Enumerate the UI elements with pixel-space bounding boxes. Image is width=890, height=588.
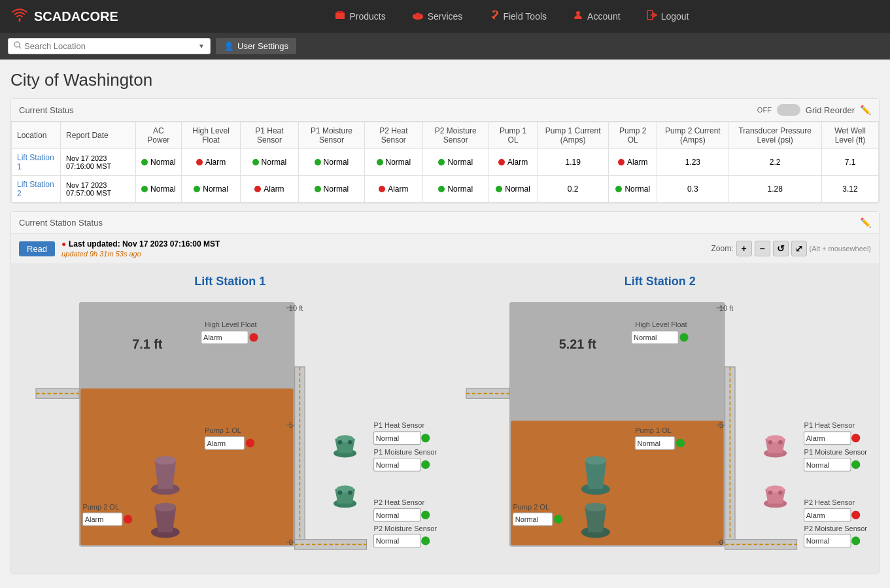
- user-settings-label: User Settings: [237, 41, 288, 51]
- svg-text:P2 Heat Sensor: P2 Heat Sensor: [804, 498, 855, 506]
- nav-logout[interactable]: Logout: [647, 10, 689, 23]
- status-dot-icon: ●: [61, 239, 66, 249]
- main-content: City of Washington Current Status OFF Gr…: [0, 60, 890, 585]
- station-status-title: Current Station Status: [19, 218, 103, 228]
- col-p1-heat: P1 Heat Sensor: [241, 122, 299, 149]
- diagram-area: Lift Station 1 10 ft 5 f: [11, 264, 879, 574]
- svg-point-58: [421, 434, 430, 442]
- svg-text:P1 Heat Sensor: P1 Heat Sensor: [804, 421, 855, 429]
- current-status-header: Current Status OFF Grid Reorder ✏️: [11, 99, 879, 122]
- col-wet-well: Wet Well Level (ft): [822, 122, 879, 149]
- svg-text:High Level Float: High Level Float: [635, 320, 687, 328]
- svg-point-66: [421, 511, 430, 519]
- edit-icon[interactable]: ✏️: [860, 105, 871, 115]
- nav-services[interactable]: Services: [412, 10, 463, 23]
- station-link[interactable]: Lift Station 1: [17, 153, 54, 171]
- col-p2-heat: P2 Heat Sensor: [364, 122, 422, 149]
- col-p2-moisture: P2 Moisture Sensor: [422, 122, 488, 149]
- svg-point-92: [585, 456, 606, 464]
- logout-icon: [647, 10, 657, 23]
- zoom-in-button[interactable]: +: [736, 241, 752, 256]
- svg-rect-1: [335, 12, 345, 19]
- current-status-section: Current Status OFF Grid Reorder ✏️ Locat…: [10, 98, 880, 203]
- svg-point-117: [851, 434, 860, 442]
- read-button[interactable]: Read: [19, 241, 55, 256]
- svg-text:Alarm: Alarm: [806, 434, 825, 442]
- svg-point-70: [421, 536, 430, 545]
- col-high-level-float: High Level Float: [182, 122, 241, 149]
- svg-text:P2 Moisture Sensor: P2 Moisture Sensor: [804, 525, 867, 532]
- lift-station-2: Lift Station 2 10 ft 5 f: [452, 275, 869, 563]
- svg-point-49: [348, 440, 352, 445]
- zoom-reset-button[interactable]: ↺: [773, 241, 789, 256]
- svg-point-0: [19, 19, 21, 21]
- current-status-title: Current Status: [19, 105, 74, 115]
- svg-text:P1 Moisture Sensor: P1 Moisture Sensor: [374, 448, 437, 456]
- user-settings-icon: 👤: [224, 41, 234, 51]
- station-toolbar: Read ● Last updated: Nov 17 2023 07:16:0…: [11, 233, 879, 264]
- svg-point-62: [421, 460, 430, 469]
- svg-point-7: [576, 11, 580, 15]
- col-transducer: Transducer Pressure Level (psi): [728, 122, 822, 149]
- search-icon: [14, 41, 22, 51]
- search-input[interactable]: [24, 41, 196, 51]
- nav-fieldtools[interactable]: Field Tools: [488, 10, 547, 23]
- station-link[interactable]: Lift Station 2: [17, 180, 54, 198]
- page-title: City of Washington: [10, 70, 880, 90]
- wrench-icon: [488, 10, 499, 23]
- svg-text:Normal: Normal: [637, 440, 660, 447]
- svg-text:P2 Moisture Sensor: P2 Moisture Sensor: [374, 525, 437, 532]
- svg-point-48: [338, 440, 343, 445]
- dropdown-arrow-icon: ▼: [198, 43, 205, 50]
- svg-point-33: [154, 456, 176, 464]
- nav-account[interactable]: Account: [573, 10, 621, 23]
- brand-name: SCADACORE: [34, 9, 118, 24]
- svg-text:Normal: Normal: [515, 515, 538, 523]
- svg-point-89: [676, 439, 684, 447]
- grid-reorder-label: Grid Reorder: [806, 105, 855, 115]
- svg-text:High Level Float: High Level Float: [205, 320, 256, 328]
- svg-text:Normal: Normal: [376, 434, 399, 442]
- svg-rect-2: [337, 11, 343, 13]
- station-toolbar-left: Read ● Last updated: Nov 17 2023 07:16:0…: [19, 239, 220, 258]
- nav-products[interactable]: Products: [335, 10, 385, 23]
- zoom-fit-button[interactable]: ⤢: [791, 241, 807, 256]
- svg-text:P1 Heat Sensor: P1 Heat Sensor: [374, 421, 425, 429]
- user-icon: [573, 10, 583, 23]
- search-box[interactable]: ▼: [8, 38, 211, 54]
- ls2-diagram: 10 ft 5 ft 0 ft 5.21 ft High Level Float…: [452, 295, 869, 561]
- updated-ago-text: updated 9h 31m 53s ago: [61, 250, 141, 258]
- zoom-out-button[interactable]: −: [755, 241, 770, 256]
- zoom-controls: Zoom: + − ↺ ⤢ (Alt + mousewheel): [711, 241, 871, 256]
- ls1-title: Lift Station 1: [194, 275, 265, 288]
- col-p1-moisture: P1 Moisture Sensor: [298, 122, 364, 149]
- col-location: Location: [12, 122, 61, 149]
- svg-rect-74: [511, 421, 723, 545]
- svg-point-85: [679, 333, 688, 341]
- svg-text:Alarm: Alarm: [207, 440, 226, 447]
- col-ac-power: AC Power: [135, 122, 181, 149]
- nav-fieldtools-label: Field Tools: [503, 11, 547, 22]
- station-edit-icon[interactable]: ✏️: [860, 217, 871, 228]
- svg-text:P1 Moisture Sensor: P1 Moisture Sensor: [804, 448, 867, 456]
- header-right: OFF Grid Reorder ✏️: [757, 104, 871, 116]
- grid-toggle[interactable]: [777, 104, 800, 116]
- svg-text:Pump 2 OL: Pump 2 OL: [513, 503, 549, 511]
- brand-icon: [10, 7, 29, 26]
- svg-point-112: [768, 491, 772, 495]
- svg-point-30: [246, 439, 254, 447]
- cloud-icon: [412, 10, 424, 22]
- svg-point-10: [14, 42, 20, 47]
- svg-text:Pump 1 OL: Pump 1 OL: [635, 426, 672, 434]
- svg-text:Alarm: Alarm: [806, 511, 825, 519]
- user-settings-button[interactable]: 👤 User Settings: [216, 38, 296, 54]
- col-report-date: Report Date: [61, 122, 136, 149]
- col-pump1-current: Pump 1 Current (Amps): [538, 122, 609, 149]
- svg-text:Normal: Normal: [806, 537, 829, 545]
- svg-point-26: [249, 333, 258, 341]
- zoom-hint: (Alt + mousewheel): [810, 245, 871, 252]
- svg-point-6: [415, 13, 420, 18]
- svg-line-11: [19, 46, 21, 48]
- toolbar: ▼ 👤 User Settings: [0, 33, 890, 60]
- nav-items: Products Services Field Tools Account Lo…: [145, 10, 880, 23]
